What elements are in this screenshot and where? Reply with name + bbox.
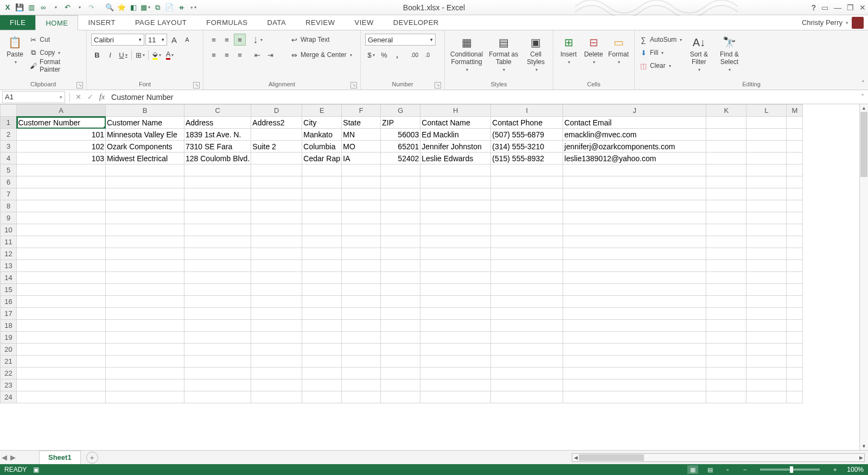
cell-D19[interactable] (251, 332, 302, 344)
cell-A11[interactable] (17, 236, 106, 248)
format-cells-button[interactable]: ▭Format (608, 33, 629, 65)
cell-B10[interactable] (106, 224, 184, 236)
cell-L23[interactable] (746, 379, 787, 391)
row-header-13[interactable]: 13 (1, 260, 17, 272)
row-header-24[interactable]: 24 (1, 391, 17, 403)
cell-I15[interactable] (491, 284, 563, 296)
cell-J17[interactable] (563, 308, 706, 320)
cell-D12[interactable] (251, 248, 302, 260)
cell-C1[interactable]: Address (184, 117, 251, 129)
cell-B5[interactable] (106, 164, 184, 176)
cell-J12[interactable] (563, 248, 706, 260)
cell-J19[interactable] (563, 332, 706, 344)
expand-formula-bar-icon[interactable]: ˅ (857, 93, 868, 101)
cell-L9[interactable] (746, 212, 787, 224)
cell-E1[interactable]: City (302, 117, 342, 129)
cell-L20[interactable] (746, 344, 787, 356)
cell-H20[interactable] (420, 344, 491, 356)
cell-C12[interactable] (184, 248, 251, 260)
row-header-16[interactable]: 16 (1, 296, 17, 308)
cell-H12[interactable] (420, 248, 491, 260)
row-header-11[interactable]: 11 (1, 236, 17, 248)
cell-D9[interactable] (251, 212, 302, 224)
row-header-9[interactable]: 9 (1, 212, 17, 224)
cell-K19[interactable] (706, 332, 746, 344)
row-header-2[interactable]: 2 (1, 129, 17, 141)
cell-H18[interactable] (420, 320, 491, 332)
fill-button[interactable]: ⬇Fill (639, 47, 682, 59)
cell-I18[interactable] (491, 320, 563, 332)
cell-A19[interactable] (17, 332, 106, 344)
cell-B9[interactable] (106, 212, 184, 224)
cell-G3[interactable]: 65201 (381, 141, 420, 153)
cell-K1[interactable] (706, 117, 746, 129)
align-right-button[interactable]: ≡ (234, 49, 246, 61)
cell-C24[interactable] (184, 391, 251, 403)
cell-H9[interactable] (420, 212, 491, 224)
cell-E19[interactable] (302, 332, 342, 344)
row-header-17[interactable]: 17 (1, 308, 17, 320)
row-header-19[interactable]: 19 (1, 332, 17, 344)
cell-H21[interactable] (420, 356, 491, 368)
cell-F24[interactable] (342, 391, 381, 403)
cell-E10[interactable] (302, 224, 342, 236)
cell-D11[interactable] (251, 236, 302, 248)
cell-K23[interactable] (706, 379, 746, 391)
cell-A20[interactable] (17, 344, 106, 356)
cell-A13[interactable] (17, 260, 106, 272)
cell-E11[interactable] (302, 236, 342, 248)
cell-B19[interactable] (106, 332, 184, 344)
cell-H23[interactable] (420, 379, 491, 391)
cell-D2[interactable] (251, 129, 302, 141)
customize-qat[interactable]: ▾ (188, 2, 199, 13)
copy-button[interactable]: ⧉Copy (29, 47, 82, 59)
cell-H1[interactable]: Contact Name (420, 117, 491, 129)
cell-F6[interactable] (342, 176, 381, 188)
cell-G8[interactable] (381, 200, 420, 212)
cell-I2[interactable]: (507) 555-6879 (491, 129, 563, 141)
cell-M8[interactable] (787, 200, 803, 212)
worksheet-area[interactable]: ABCDEFGHIJKLM1Customer NumberCustomer Na… (0, 104, 868, 450)
cell-A23[interactable] (17, 379, 106, 391)
increase-decimal-button[interactable]: .00 (409, 49, 420, 61)
cell-F10[interactable] (342, 224, 381, 236)
cell-J16[interactable] (563, 296, 706, 308)
cell-M23[interactable] (787, 379, 803, 391)
cell-I6[interactable] (491, 176, 563, 188)
sheet-tab-sheet1[interactable]: Sheet1 (39, 451, 81, 464)
cell-A22[interactable] (17, 368, 106, 379)
row-header-6[interactable]: 6 (1, 176, 17, 188)
cell-C8[interactable] (184, 200, 251, 212)
cell-D10[interactable] (251, 224, 302, 236)
cell-K6[interactable] (706, 176, 746, 188)
save-icon[interactable]: 💾 (14, 2, 25, 13)
cell-B11[interactable] (106, 236, 184, 248)
row-header-10[interactable]: 10 (1, 224, 17, 236)
cell-styles-button[interactable]: ▣Cell Styles (523, 33, 548, 72)
cell-A1[interactable]: Customer Number (17, 117, 106, 129)
cell-I17[interactable] (491, 308, 563, 320)
cell-F16[interactable] (342, 296, 381, 308)
cell-D23[interactable] (251, 379, 302, 391)
collapse-ribbon-icon[interactable]: ˄ (861, 80, 865, 87)
cell-B12[interactable] (106, 248, 184, 260)
cell-G6[interactable] (381, 176, 420, 188)
cell-C13[interactable] (184, 260, 251, 272)
cell-F14[interactable] (342, 272, 381, 284)
font-dialog-launcher[interactable]: ↘ (193, 82, 200, 88)
ribbon-tab-data[interactable]: DATA (257, 15, 296, 30)
cell-A16[interactable] (17, 296, 106, 308)
grow-font-button[interactable]: A (168, 34, 180, 46)
delete-cells-button[interactable]: ⊟Delete (583, 33, 604, 65)
cell-F3[interactable]: MO (342, 141, 381, 153)
cell-J5[interactable] (563, 164, 706, 176)
cell-I13[interactable] (491, 260, 563, 272)
cell-D22[interactable] (251, 368, 302, 379)
cell-F21[interactable] (342, 356, 381, 368)
cell-H8[interactable] (420, 200, 491, 212)
zoom-level[interactable]: 100% (847, 466, 864, 473)
ribbon-display-icon[interactable]: ▭ (821, 3, 828, 12)
cell-G22[interactable] (381, 368, 420, 379)
alignment-dialog-launcher[interactable]: ↘ (350, 82, 357, 88)
cell-F15[interactable] (342, 284, 381, 296)
